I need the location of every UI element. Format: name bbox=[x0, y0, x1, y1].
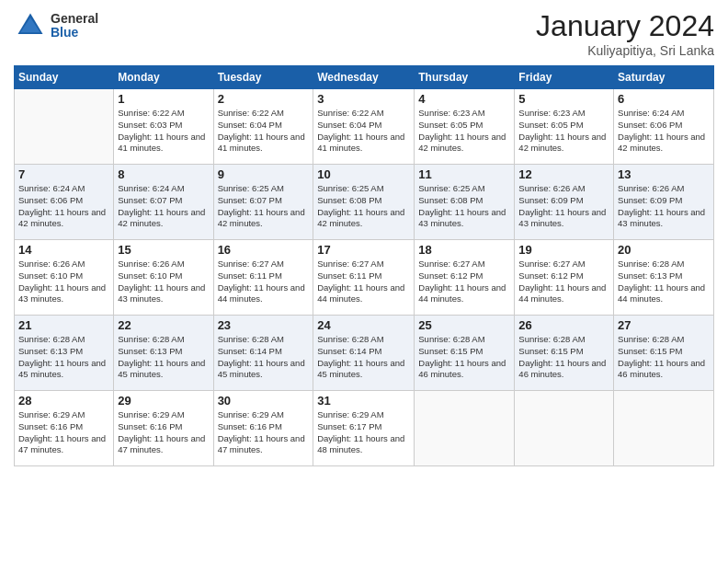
table-row: 4Sunrise: 6:23 AMSunset: 6:05 PMDaylight… bbox=[415, 89, 515, 165]
day-info: Sunrise: 6:27 AMSunset: 6:11 PMDaylight:… bbox=[317, 259, 410, 305]
day-number: 18 bbox=[418, 243, 510, 257]
day-number: 16 bbox=[218, 243, 310, 257]
day-info: Sunrise: 6:28 AMSunset: 6:13 PMDaylight:… bbox=[118, 334, 209, 381]
day-info: Sunrise: 6:28 AMSunset: 6:13 PMDaylight:… bbox=[18, 334, 109, 381]
day-info: Sunrise: 6:29 AMSunset: 6:16 PMDaylight:… bbox=[118, 409, 209, 456]
day-number: 12 bbox=[518, 167, 609, 181]
logo-general: General bbox=[51, 12, 98, 26]
day-number: 5 bbox=[518, 92, 609, 106]
day-info: Sunrise: 6:22 AMSunset: 6:03 PMDaylight:… bbox=[118, 108, 209, 155]
day-number: 7 bbox=[18, 167, 109, 181]
day-info: Sunrise: 6:29 AMSunset: 6:16 PMDaylight:… bbox=[18, 409, 109, 456]
calendar-row: 1Sunrise: 6:22 AMSunset: 6:03 PMDaylight… bbox=[15, 89, 714, 165]
table-row: 29Sunrise: 6:29 AMSunset: 6:16 PMDayligh… bbox=[114, 391, 213, 466]
day-info: Sunrise: 6:23 AMSunset: 6:05 PMDaylight:… bbox=[418, 108, 510, 155]
table-row: 6Sunrise: 6:24 AMSunset: 6:06 PMDaylight… bbox=[614, 89, 714, 165]
table-row: 1Sunrise: 6:22 AMSunset: 6:03 PMDaylight… bbox=[114, 89, 213, 165]
table-row: 26Sunrise: 6:28 AMSunset: 6:15 PMDayligh… bbox=[515, 316, 614, 391]
col-sunday: Sunday bbox=[15, 66, 114, 89]
page-header: General Blue January 2024 Kuliyapitiya, … bbox=[14, 9, 714, 58]
day-number: 1 bbox=[118, 92, 209, 106]
day-number: 31 bbox=[317, 394, 410, 408]
day-number: 15 bbox=[118, 243, 209, 257]
day-info: Sunrise: 6:26 AMSunset: 6:10 PMDaylight:… bbox=[18, 259, 109, 305]
table-row: 17Sunrise: 6:27 AMSunset: 6:11 PMDayligh… bbox=[313, 240, 415, 316]
day-number: 28 bbox=[18, 394, 109, 408]
table-row: 27Sunrise: 6:28 AMSunset: 6:15 PMDayligh… bbox=[614, 316, 714, 391]
col-tuesday: Tuesday bbox=[213, 66, 313, 89]
day-number: 20 bbox=[618, 243, 710, 257]
table-row: 8Sunrise: 6:24 AMSunset: 6:07 PMDaylight… bbox=[114, 165, 213, 240]
page-container: General Blue January 2024 Kuliyapitiya, … bbox=[0, 0, 728, 563]
table-row: 13Sunrise: 6:26 AMSunset: 6:09 PMDayligh… bbox=[614, 165, 714, 240]
table-row: 24Sunrise: 6:28 AMSunset: 6:14 PMDayligh… bbox=[313, 316, 415, 391]
day-info: Sunrise: 6:22 AMSunset: 6:04 PMDaylight:… bbox=[317, 108, 410, 155]
table-row: 31Sunrise: 6:29 AMSunset: 6:17 PMDayligh… bbox=[313, 391, 415, 466]
col-saturday: Saturday bbox=[614, 66, 714, 89]
day-number: 22 bbox=[118, 318, 209, 332]
calendar-row: 28Sunrise: 6:29 AMSunset: 6:16 PMDayligh… bbox=[15, 391, 714, 466]
table-row: 10Sunrise: 6:25 AMSunset: 6:08 PMDayligh… bbox=[313, 165, 415, 240]
day-number: 10 bbox=[317, 167, 410, 181]
day-info: Sunrise: 6:28 AMSunset: 6:15 PMDaylight:… bbox=[418, 334, 510, 381]
day-info: Sunrise: 6:24 AMSunset: 6:06 PMDaylight:… bbox=[618, 108, 710, 155]
logo: General Blue bbox=[14, 9, 98, 42]
day-info: Sunrise: 6:28 AMSunset: 6:14 PMDaylight:… bbox=[218, 334, 310, 381]
table-row bbox=[614, 391, 714, 466]
table-row: 25Sunrise: 6:28 AMSunset: 6:15 PMDayligh… bbox=[415, 316, 515, 391]
day-info: Sunrise: 6:27 AMSunset: 6:12 PMDaylight:… bbox=[518, 259, 609, 305]
table-row: 9Sunrise: 6:25 AMSunset: 6:07 PMDaylight… bbox=[213, 165, 313, 240]
month-title: January 2024 bbox=[536, 9, 714, 43]
col-thursday: Thursday bbox=[415, 66, 515, 89]
day-number: 2 bbox=[218, 92, 310, 106]
day-info: Sunrise: 6:28 AMSunset: 6:14 PMDaylight:… bbox=[317, 334, 410, 381]
table-row: 7Sunrise: 6:24 AMSunset: 6:06 PMDaylight… bbox=[15, 165, 114, 240]
table-row: 19Sunrise: 6:27 AMSunset: 6:12 PMDayligh… bbox=[515, 240, 614, 316]
day-info: Sunrise: 6:23 AMSunset: 6:05 PMDaylight:… bbox=[518, 108, 609, 155]
calendar-header-row: Sunday Monday Tuesday Wednesday Thursday… bbox=[15, 66, 714, 89]
logo-icon bbox=[14, 9, 47, 42]
title-section: January 2024 Kuliyapitiya, Sri Lanka bbox=[536, 9, 714, 58]
day-number: 25 bbox=[418, 318, 510, 332]
table-row: 12Sunrise: 6:26 AMSunset: 6:09 PMDayligh… bbox=[515, 165, 614, 240]
day-number: 24 bbox=[317, 318, 410, 332]
day-number: 23 bbox=[218, 318, 310, 332]
day-number: 6 bbox=[618, 92, 710, 106]
table-row: 2Sunrise: 6:22 AMSunset: 6:04 PMDaylight… bbox=[213, 89, 313, 165]
day-number: 26 bbox=[518, 318, 609, 332]
day-info: Sunrise: 6:28 AMSunset: 6:15 PMDaylight:… bbox=[618, 334, 710, 381]
day-number: 3 bbox=[317, 92, 410, 106]
day-number: 11 bbox=[418, 167, 510, 181]
day-info: Sunrise: 6:27 AMSunset: 6:12 PMDaylight:… bbox=[418, 259, 510, 305]
table-row: 22Sunrise: 6:28 AMSunset: 6:13 PMDayligh… bbox=[114, 316, 213, 391]
day-info: Sunrise: 6:28 AMSunset: 6:13 PMDaylight:… bbox=[618, 259, 710, 305]
table-row: 15Sunrise: 6:26 AMSunset: 6:10 PMDayligh… bbox=[114, 240, 213, 316]
day-number: 19 bbox=[518, 243, 609, 257]
table-row: 16Sunrise: 6:27 AMSunset: 6:11 PMDayligh… bbox=[213, 240, 313, 316]
table-row bbox=[15, 89, 114, 165]
day-info: Sunrise: 6:26 AMSunset: 6:09 PMDaylight:… bbox=[518, 183, 609, 230]
day-info: Sunrise: 6:26 AMSunset: 6:10 PMDaylight:… bbox=[118, 259, 209, 305]
calendar-row: 7Sunrise: 6:24 AMSunset: 6:06 PMDaylight… bbox=[15, 165, 714, 240]
logo-text: General Blue bbox=[51, 12, 98, 40]
table-row: 3Sunrise: 6:22 AMSunset: 6:04 PMDaylight… bbox=[313, 89, 415, 165]
day-info: Sunrise: 6:25 AMSunset: 6:08 PMDaylight:… bbox=[317, 183, 410, 230]
table-row: 21Sunrise: 6:28 AMSunset: 6:13 PMDayligh… bbox=[15, 316, 114, 391]
day-number: 27 bbox=[618, 318, 710, 332]
logo-blue: Blue bbox=[51, 26, 98, 40]
day-info: Sunrise: 6:29 AMSunset: 6:17 PMDaylight:… bbox=[317, 409, 410, 456]
table-row bbox=[515, 391, 614, 466]
day-info: Sunrise: 6:25 AMSunset: 6:07 PMDaylight:… bbox=[218, 183, 310, 230]
calendar-row: 14Sunrise: 6:26 AMSunset: 6:10 PMDayligh… bbox=[15, 240, 714, 316]
day-info: Sunrise: 6:22 AMSunset: 6:04 PMDaylight:… bbox=[218, 108, 310, 155]
table-row: 28Sunrise: 6:29 AMSunset: 6:16 PMDayligh… bbox=[15, 391, 114, 466]
day-info: Sunrise: 6:27 AMSunset: 6:11 PMDaylight:… bbox=[218, 259, 310, 305]
calendar-row: 21Sunrise: 6:28 AMSunset: 6:13 PMDayligh… bbox=[15, 316, 714, 391]
table-row: 23Sunrise: 6:28 AMSunset: 6:14 PMDayligh… bbox=[213, 316, 313, 391]
day-number: 4 bbox=[418, 92, 510, 106]
day-info: Sunrise: 6:24 AMSunset: 6:06 PMDaylight:… bbox=[18, 183, 109, 230]
day-number: 9 bbox=[218, 167, 310, 181]
table-row: 11Sunrise: 6:25 AMSunset: 6:08 PMDayligh… bbox=[415, 165, 515, 240]
table-row: 30Sunrise: 6:29 AMSunset: 6:16 PMDayligh… bbox=[213, 391, 313, 466]
table-row: 18Sunrise: 6:27 AMSunset: 6:12 PMDayligh… bbox=[415, 240, 515, 316]
